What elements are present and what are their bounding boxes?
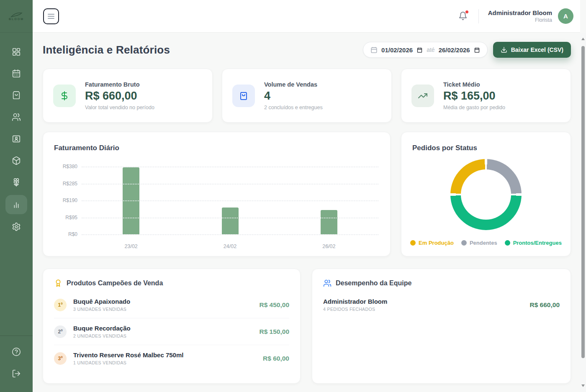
bar-24/02 <box>222 208 239 234</box>
rank-badge: 2º <box>54 325 67 338</box>
product-row: 2º Buque Recordação 2 UNIDADES VENDIDAS … <box>54 318 289 345</box>
y-axis-tick: R$0 <box>54 231 77 237</box>
gridline <box>82 184 378 184</box>
sidebar-item-orders[interactable] <box>5 86 27 105</box>
kpi-card-sales-volume: Volume de Vendas 4 2 concluídos e entreg… <box>222 69 392 123</box>
legend-swatch <box>505 240 510 246</box>
date-to-input[interactable]: 26/02/2026 <box>439 46 470 54</box>
title-row: Inteligência e Relatórios 01/02/2026 até… <box>43 42 571 58</box>
title-controls: 01/02/2026 até 26/02/2026 Baixar Excel (… <box>363 42 571 58</box>
team-member-name: Administrador Bloom <box>323 298 387 305</box>
donut-chart <box>450 159 522 230</box>
legend-item[interactable]: Prontos/Entregues <box>505 240 562 246</box>
sidebar-item-reports[interactable] <box>5 195 27 214</box>
sidebar-item-flowers[interactable] <box>5 173 27 192</box>
bar-chart-icon <box>12 200 21 209</box>
team-performance-header: Desempenho da Equipe <box>323 279 560 287</box>
date-from-input[interactable]: 01/02/2026 <box>381 46 413 54</box>
y-axis-tick: R$190 <box>54 197 77 203</box>
sidebar: BLOOM <box>0 0 33 392</box>
avatar[interactable]: A <box>558 8 573 24</box>
notifications-button[interactable] <box>458 11 468 21</box>
product-units: 1 UNIDADES VENDIDAS <box>73 360 183 365</box>
dashboard-icon <box>12 47 21 56</box>
product-price: R$ 150,00 <box>259 328 289 336</box>
logout-icon <box>12 369 21 378</box>
kpi-label: Faturamento Bruto <box>85 81 154 88</box>
product-units: 3 UNIDADES VENDIDAS <box>73 307 130 312</box>
y-axis-tick: R$380 <box>54 164 77 169</box>
product-name: Trivento Reserve Rosé Malbec 750ml <box>73 351 183 359</box>
main-area: Administrador Bloom Florista A Inteligên… <box>33 0 580 392</box>
top-products-card: Produtos Campeões de Venda 1º Buquê Apai… <box>43 269 301 384</box>
legend-label: Em Produção <box>419 240 454 246</box>
sidebar-item-logout[interactable] <box>5 364 27 383</box>
sidebar-item-customers[interactable] <box>5 108 27 126</box>
user-name: Administrador Bloom <box>488 9 552 16</box>
menu-toggle-button[interactable] <box>43 8 59 24</box>
product-name: Buque Recordação <box>73 325 131 332</box>
sidebar-item-dashboard[interactable] <box>5 43 27 61</box>
help-circle-icon <box>12 347 21 356</box>
kpi-label: Volume de Vendas <box>264 81 323 88</box>
x-axis-tick: 23/02 <box>116 243 146 249</box>
chart-title: Faturamento Diário <box>54 144 119 152</box>
trending-up-icon <box>411 85 434 107</box>
contact-card-icon <box>12 134 21 143</box>
sidebar-nav <box>0 33 33 236</box>
shopping-bag-icon <box>12 91 21 100</box>
sidebar-divider <box>0 336 33 336</box>
gridline <box>82 234 378 235</box>
sidebar-item-inventory[interactable] <box>5 151 27 170</box>
topbar-divider <box>478 9 479 23</box>
notification-dot <box>465 10 468 13</box>
product-price: R$ 60,00 <box>263 355 289 362</box>
rank-badge: 1º <box>54 299 67 311</box>
content: Inteligência e Relatórios 01/02/2026 até… <box>33 33 580 392</box>
app-root: BLOOM <box>0 0 586 392</box>
kpi-card-revenue: Faturamento Bruto R$ 660,00 Valor total … <box>43 69 213 123</box>
date-to-picker-icon[interactable] <box>474 47 480 53</box>
team-performance-card: Desempenho da Equipe Administrador Bloom… <box>312 269 571 384</box>
gridline <box>82 218 378 218</box>
sidebar-item-help[interactable] <box>5 343 27 361</box>
kpi-value: R$ 660,00 <box>85 90 154 102</box>
vertical-scrollbar <box>580 33 586 392</box>
calendar-icon <box>370 46 378 54</box>
scrollbar-thumb[interactable] <box>581 46 585 358</box>
date-range-picker: 01/02/2026 até 26/02/2026 <box>363 42 488 58</box>
date-from-picker-icon[interactable] <box>416 47 423 53</box>
team-performance-title: Desempenho da Equipe <box>336 279 411 287</box>
gridline <box>82 167 378 167</box>
kpi-value: R$ 165,00 <box>443 90 505 102</box>
bar-chart-plot: 23/0224/0226/02 R$0R$95R$190R$285R$380 <box>54 167 378 234</box>
donut-legend: Em Produção Pendentes Prontos/Entregues <box>401 240 571 246</box>
user-meta: Administrador Bloom Florista <box>488 9 552 23</box>
shopping-bag-icon <box>232 85 255 107</box>
award-icon <box>54 279 62 287</box>
scrollbar-up-arrow[interactable] <box>580 36 586 42</box>
sidebar-item-settings[interactable] <box>5 218 27 236</box>
daily-revenue-chart-card: Faturamento Diário 23/0224/0226/02 R$0R$… <box>43 132 391 256</box>
dollar-icon <box>53 85 76 107</box>
legend-item[interactable]: Pendentes <box>461 240 497 246</box>
chart-title: Pedidos por Status <box>412 144 477 152</box>
legend-swatch <box>461 240 467 246</box>
legend-item[interactable]: Em Produção <box>410 240 454 246</box>
topbar-right: Administrador Bloom Florista A <box>458 8 573 24</box>
top-products-title: Produtos Campeões de Venda <box>67 279 163 287</box>
flower-icon <box>12 178 21 187</box>
kpi-sub: Valor total vendido no período <box>85 105 154 110</box>
page-title: Inteligência e Relatórios <box>43 44 170 56</box>
rank-badge: 3º <box>54 352 67 365</box>
sidebar-item-staff[interactable] <box>5 130 27 148</box>
download-icon <box>501 46 507 53</box>
legend-label: Pendentes <box>470 240 497 246</box>
sidebar-footer <box>0 336 33 392</box>
kpi-value: 4 <box>264 90 323 102</box>
scrollbar-down-arrow[interactable] <box>580 383 586 389</box>
legend-swatch <box>410 240 416 246</box>
export-csv-button[interactable]: Baixar Excel (CSV) <box>493 42 571 58</box>
date-separator: até <box>427 46 434 53</box>
sidebar-item-calendar[interactable] <box>5 64 27 83</box>
